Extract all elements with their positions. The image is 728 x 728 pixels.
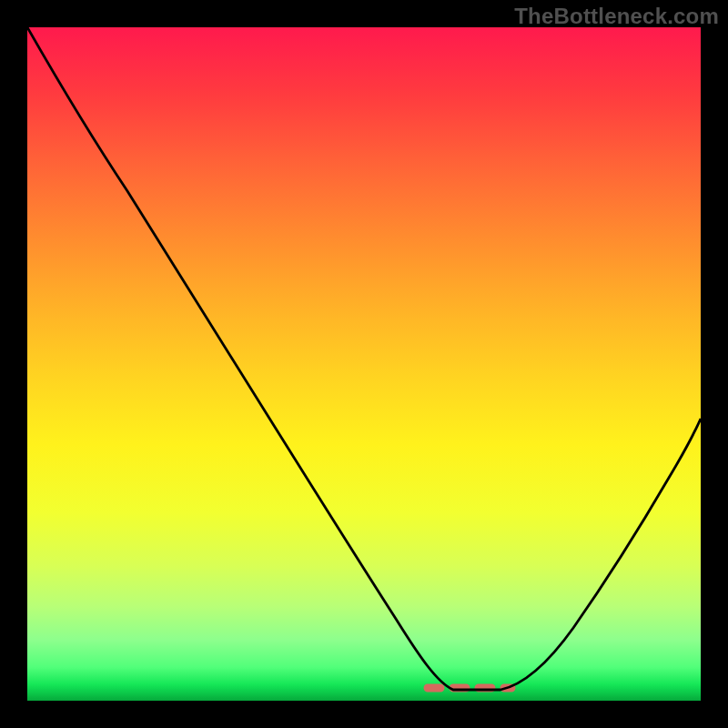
plot-area (27, 27, 701, 701)
chart-frame: TheBottleneck.com (0, 0, 728, 728)
bottleneck-curve-svg (27, 27, 701, 701)
attribution-text: TheBottleneck.com (514, 4, 719, 29)
bottleneck-curve (27, 27, 701, 690)
